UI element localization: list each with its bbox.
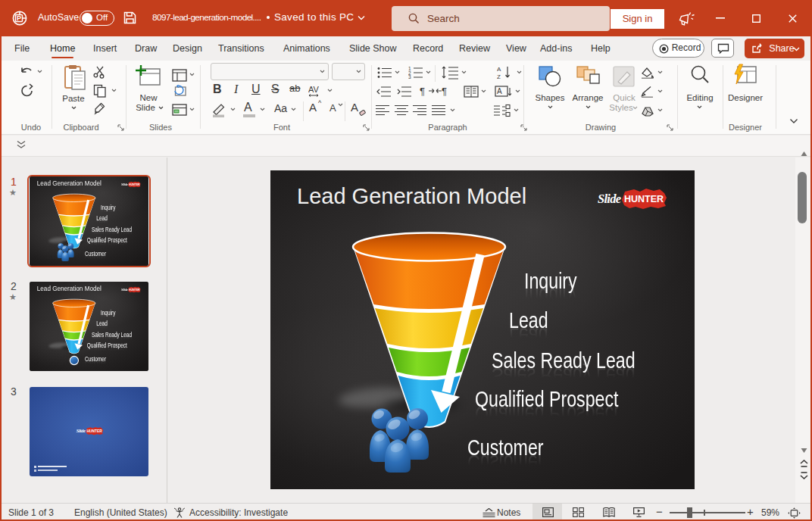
svg-text:HUNTER: HUNTER xyxy=(86,429,102,433)
svg-text:¶: ¶ xyxy=(420,86,425,97)
svg-text:Slide: Slide xyxy=(77,428,86,433)
svg-text:3: 3 xyxy=(408,74,411,79)
svg-text:Z: Z xyxy=(497,73,501,80)
svg-text:A: A xyxy=(497,87,502,95)
svg-text:AV: AV xyxy=(308,86,320,94)
svg-text:A: A xyxy=(497,66,501,73)
svg-text:P: P xyxy=(17,14,21,22)
svg-text:¶: ¶ xyxy=(442,86,447,97)
